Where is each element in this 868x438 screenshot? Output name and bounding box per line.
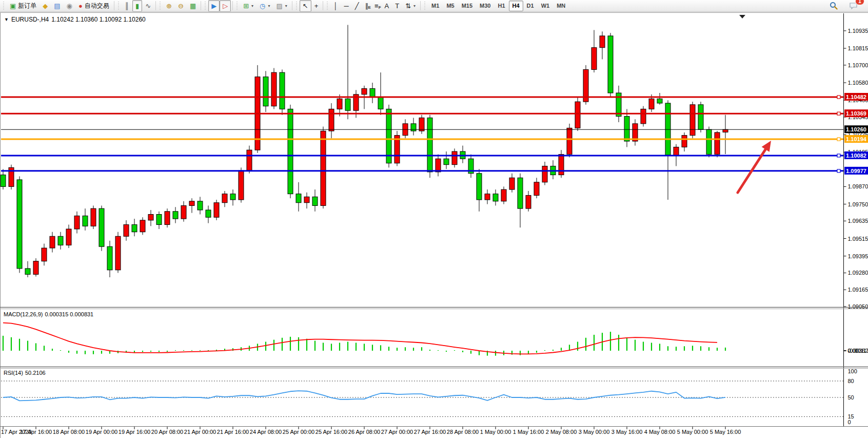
chart-profile-button[interactable]: ◆: [40, 0, 51, 12]
line-handle[interactable]: [837, 112, 840, 115]
new-order-button[interactable]: ▣新订单: [7, 0, 40, 12]
fibonacci-button[interactable]: ≡F: [371, 0, 382, 12]
timeframe-h1-button[interactable]: H1: [494, 1, 508, 11]
auto-scroll-icon: ▶: [211, 3, 216, 9]
candle-body: [239, 170, 244, 200]
symbol-dropdown-icon[interactable]: ▼: [4, 17, 9, 22]
candle-body: [107, 246, 112, 270]
time-tick-label: 25 Apr 16:00: [315, 429, 347, 435]
periods-button[interactable]: ◷▾: [257, 0, 273, 12]
candle-body: [222, 194, 227, 203]
cursor-button[interactable]: ↖: [300, 0, 311, 12]
line-handle[interactable]: [837, 169, 840, 173]
price-tick-label: 1.09750: [848, 201, 868, 207]
signals-button[interactable]: ◉: [64, 0, 75, 12]
bar-chart-button[interactable]: ║: [122, 0, 132, 12]
chart-shift-button[interactable]: ▷: [220, 0, 231, 12]
toolbar-grip: [117, 2, 120, 10]
price-tick-label: 1.09395: [848, 253, 868, 259]
auto-scroll-button[interactable]: ▶: [208, 0, 220, 12]
chevron-down-icon: ▾: [251, 4, 253, 8]
time-tick-label: 18 Apr 08:00: [53, 429, 85, 435]
price-axis: 1.109351.108151.107001.105801.104601.103…: [844, 13, 868, 426]
crosshair-button[interactable]: +: [311, 0, 322, 12]
indicators-icon: ⊞: [243, 3, 249, 9]
search-button[interactable]: [826, 0, 841, 12]
line-chart-button[interactable]: ∿: [142, 0, 154, 12]
line-handle[interactable]: [837, 138, 840, 141]
autotrading-button[interactable]: ●自动交易: [75, 0, 112, 12]
candle-body: [140, 220, 145, 232]
candle-body: [370, 88, 375, 97]
time-tick-label: 1 May 00:00: [480, 429, 511, 435]
line-handle[interactable]: [837, 96, 840, 99]
time-tick-label: 3 May 00:00: [579, 429, 610, 435]
time-tick-label: 4 May 08:00: [644, 429, 676, 435]
time-tick-label: 19 Apr 16:00: [119, 429, 150, 435]
terminal-button[interactable]: ▤: [51, 0, 63, 12]
time-tick-label: 5 May 00:00: [677, 429, 708, 435]
tile-windows-button[interactable]: ▦: [187, 0, 199, 12]
toolbar-grip: [326, 2, 329, 10]
candle-body: [173, 212, 178, 219]
candle-body: [271, 72, 277, 106]
candle-body: [181, 205, 186, 219]
candlestick-chart-button[interactable]: ▮: [132, 0, 142, 12]
time-tick-label: 26 Apr 08:00: [348, 429, 380, 435]
equidistant-channel-button[interactable]: ∥E: [362, 0, 371, 12]
line-handle[interactable]: [837, 154, 840, 157]
price-badge-label: 1.10369: [846, 110, 866, 117]
candle-body: [247, 150, 252, 170]
horizontal-line-button[interactable]: ─: [341, 0, 351, 12]
toolbar-grip: [159, 2, 162, 10]
timeframe-m30-button[interactable]: M30: [476, 1, 494, 11]
zoom-out-button[interactable]: ⊖: [175, 0, 187, 12]
candle-body: [115, 236, 121, 270]
timeframe-w1-button[interactable]: W1: [538, 1, 554, 11]
price-badge-label: 1.10082: [846, 153, 866, 159]
candle-body: [42, 248, 47, 261]
rsi-line: [3, 391, 725, 401]
chevron-down-icon: ▾: [285, 4, 287, 8]
chart-ohlc-values: 1.10242 1.10360 1.10092 1.10260: [51, 16, 146, 23]
text-label-button[interactable]: T: [392, 0, 402, 12]
vertical-line-icon: │: [333, 3, 338, 9]
timeframe-m5-button[interactable]: M5: [443, 1, 458, 11]
candle-body: [542, 166, 547, 182]
timeframe-d1-button[interactable]: D1: [523, 1, 538, 11]
price-tick-label: 1.09515: [848, 236, 868, 242]
chart-canvas[interactable]: 17 Apr 202317 Apr 16:0018 Apr 08:0019 Ap…: [0, 0, 868, 438]
candle-body: [591, 48, 597, 70]
last-bar-marker-icon[interactable]: [739, 15, 745, 18]
chevron-down-icon: ▾: [413, 4, 416, 8]
candle-body: [25, 269, 30, 274]
zoom-out-icon: ⊖: [178, 3, 184, 9]
templates-button[interactable]: ▨▾: [273, 0, 290, 12]
text-button[interactable]: A: [382, 0, 392, 12]
rsi-axis-label: 80: [848, 378, 854, 384]
trendline-button[interactable]: ╱: [352, 0, 362, 12]
timeframe-m15-button[interactable]: M15: [458, 1, 476, 11]
zoom-in-button[interactable]: ⊕: [163, 0, 175, 12]
candle-body: [665, 103, 670, 155]
clock-icon: ◷: [260, 3, 265, 9]
timeframe-h4-button[interactable]: H4: [509, 1, 523, 11]
crosshair-icon: +: [314, 3, 319, 9]
candle-body: [411, 124, 416, 131]
vertical-line-button[interactable]: │: [330, 0, 341, 12]
rsi-value: 50.2106: [25, 370, 46, 376]
price-badge-label: 1.10482: [846, 94, 866, 100]
candle-body: [641, 109, 646, 123]
time-tick-label: 17 Apr 16:00: [20, 429, 52, 435]
candle-body: [214, 203, 219, 217]
timeframe-mn-button[interactable]: MN: [553, 1, 569, 11]
candle-body: [624, 117, 629, 141]
price-tick-label: 1.09165: [848, 287, 868, 293]
timeframe-m1-button[interactable]: M1: [428, 1, 443, 11]
candle-body: [345, 99, 350, 110]
time-tick-label: 21 Apr 00:00: [184, 429, 216, 435]
indicators-button[interactable]: ⊞▾: [240, 0, 257, 12]
time-tick-label: 21 Apr 16:00: [217, 429, 249, 435]
trend-arrow-annotation[interactable]: [738, 141, 771, 193]
arrows-button[interactable]: ⇅▾: [402, 0, 419, 12]
